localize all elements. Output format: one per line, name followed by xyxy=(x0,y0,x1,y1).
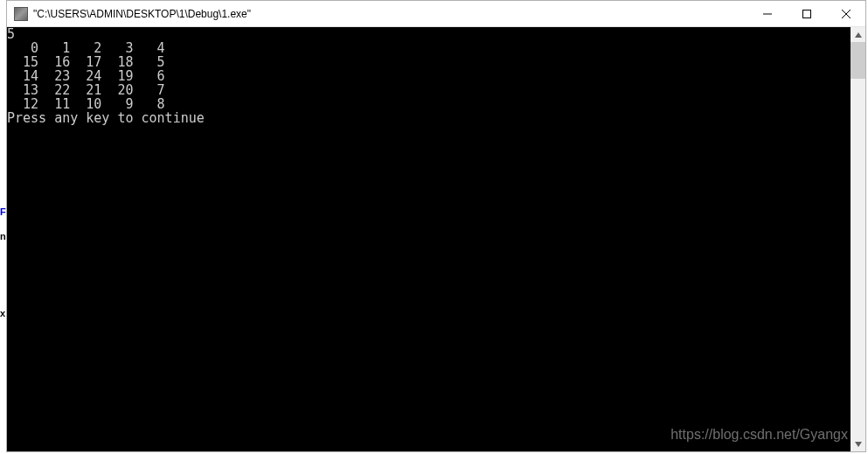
scroll-down-button[interactable] xyxy=(851,437,865,451)
app-icon xyxy=(14,7,28,21)
scroll-up-button[interactable] xyxy=(851,27,865,42)
close-icon xyxy=(842,10,851,18)
chevron-down-icon xyxy=(855,442,862,447)
left-edge-f: F xyxy=(0,206,6,217)
window-title: "C:\USERS\ADMIN\DESKTOP\1\Debug\1.exe" xyxy=(33,8,747,20)
left-edge-strip: F n x xyxy=(0,0,5,454)
console-client-area: 5 0 1 2 3 4 15 16 17 18 5 14 23 24 19 6 … xyxy=(7,27,865,451)
close-button[interactable] xyxy=(826,1,865,27)
window-controls xyxy=(747,1,865,26)
left-edge-x: x xyxy=(0,308,5,318)
console-window: "C:\USERS\ADMIN\DESKTOP\1\Debug\1.exe" 5… xyxy=(6,0,866,452)
vertical-scrollbar[interactable] xyxy=(851,27,865,451)
titlebar[interactable]: "C:\USERS\ADMIN\DESKTOP\1\Debug\1.exe" xyxy=(7,1,865,27)
chevron-up-icon xyxy=(855,32,862,38)
minimize-button[interactable] xyxy=(747,1,787,27)
maximize-icon xyxy=(802,10,811,18)
left-edge-n: n xyxy=(0,231,6,241)
minimize-icon xyxy=(763,10,772,18)
console-output[interactable]: 5 0 1 2 3 4 15 16 17 18 5 14 23 24 19 6 … xyxy=(7,27,851,451)
svg-rect-1 xyxy=(802,10,810,18)
scroll-thumb[interactable] xyxy=(851,42,865,79)
maximize-button[interactable] xyxy=(787,1,826,27)
